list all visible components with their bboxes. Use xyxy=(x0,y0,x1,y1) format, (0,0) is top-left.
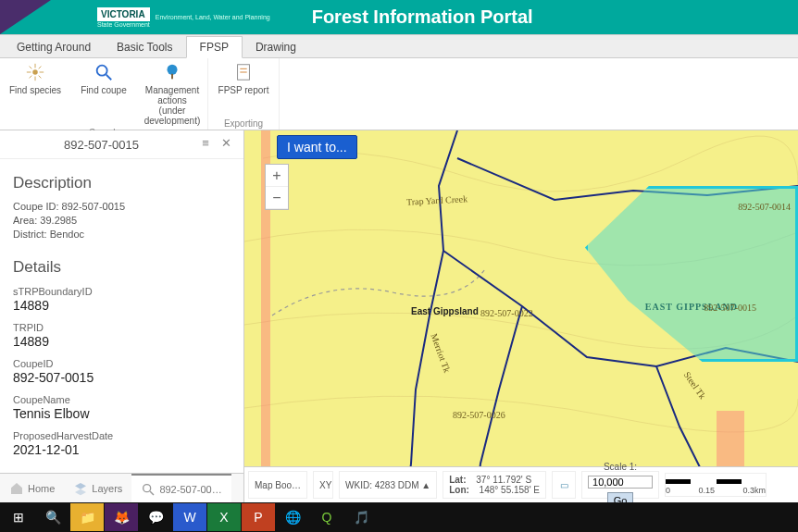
word-button[interactable]: W xyxy=(173,503,206,531)
coupe-label: 892-507-0015 xyxy=(704,303,756,313)
scale-go-button[interactable]: Go xyxy=(607,492,634,503)
app-title: Forest Information Portal xyxy=(312,6,533,28)
scale-input[interactable] xyxy=(588,476,653,489)
layers-icon xyxy=(73,481,88,496)
svg-line-17 xyxy=(150,491,154,495)
find-species-label: Find species xyxy=(9,85,61,95)
search-button[interactable]: 🔍 xyxy=(36,503,69,531)
coupe-label: 892-507-0022 xyxy=(480,308,533,318)
map-viewport[interactable]: ‹ Trap Yard Creek East Gippsland EAST GI… xyxy=(244,130,798,502)
zoom-out-button[interactable]: − xyxy=(266,187,288,209)
i-want-to-button[interactable]: I want to... xyxy=(277,135,357,159)
svg-point-0 xyxy=(32,69,38,75)
ribbon-group-search: Find species Find coupe Management actio… xyxy=(0,58,208,130)
report-icon xyxy=(233,62,254,82)
details-panel: 892-507-0015 ≡ ✕ Description Coupe ID: 8… xyxy=(0,130,244,502)
victoria-wordmark: VICTORIA State Government xyxy=(97,7,150,28)
management-actions-label: Management actions (under development) xyxy=(144,85,201,126)
app-button[interactable]: 🌐 xyxy=(276,503,309,531)
find-coupe-button[interactable]: Find coupe xyxy=(76,62,131,95)
fpsp-report-button[interactable]: FPSP report xyxy=(216,62,271,95)
panel-title: 892-507-0015 xyxy=(9,138,193,152)
ribbon: Find species Find coupe Management actio… xyxy=(0,58,798,130)
ribbon-caption-exporting: Exporting xyxy=(224,118,263,129)
dept-name: Environment, Land, Water and Planning xyxy=(156,14,270,21)
scale-control: Scale 1: Go xyxy=(581,471,659,499)
management-actions-button[interactable]: Management actions (under development) xyxy=(144,62,200,126)
powerpoint-button[interactable]: P xyxy=(242,503,275,531)
ribbon-group-exporting: FPSP report Exporting xyxy=(208,58,280,130)
svg-line-5 xyxy=(30,67,32,69)
map-redband xyxy=(717,411,744,466)
explorer-button[interactable]: 📁 xyxy=(70,503,104,531)
find-coupe-label: Find coupe xyxy=(81,85,126,95)
field-label: CoupeID xyxy=(13,358,231,369)
svg-line-6 xyxy=(39,76,42,79)
windows-taskbar: ⊞ 🔍 📁 🦊 💬 W X P 🌐 Q 🎵 xyxy=(0,502,798,532)
btab-home[interactable]: Home xyxy=(0,474,64,503)
fpsp-report-label: FPSP report xyxy=(218,85,269,95)
mapbook-button[interactable]: Map Boo… xyxy=(248,471,307,499)
panel-header: 892-507-0015 ≡ ✕ xyxy=(0,130,243,159)
tab-getting-around[interactable]: Getting Around xyxy=(4,37,104,57)
field-label: CoupeName xyxy=(13,394,231,405)
field-label: TRPID xyxy=(13,322,231,333)
panel-close-button[interactable]: ✕ xyxy=(218,136,234,153)
desc-coupe-id: Coupe ID: 892-507-0015 xyxy=(13,200,231,214)
btab-result[interactable]: 892-507-00… xyxy=(131,474,231,503)
zoom-in-button[interactable]: + xyxy=(266,165,288,187)
wkid-display[interactable]: WKID: 4283 DDM ▲ xyxy=(339,471,437,499)
field-value: 2021-12-01 xyxy=(13,442,231,457)
panel-menu-button[interactable]: ≡ xyxy=(197,136,214,153)
coupe-label: 892-507-0026 xyxy=(453,410,505,420)
details-heading: Details xyxy=(13,258,231,277)
svg-line-8 xyxy=(39,67,42,69)
chat-button[interactable]: 💬 xyxy=(139,503,172,531)
header-decor xyxy=(0,0,51,34)
tab-fpsp[interactable]: FPSP xyxy=(186,36,243,58)
app-header: VICTORIA State Government Environment, L… xyxy=(0,0,798,34)
field-value: 14889 xyxy=(13,334,231,349)
description-heading: Description xyxy=(13,174,231,192)
svg-point-9 xyxy=(97,66,107,76)
coupe-label: 892-507-0014 xyxy=(738,202,791,212)
find-species-button[interactable]: Find species xyxy=(7,62,63,95)
svg-point-11 xyxy=(168,65,178,75)
field-value: 892-507-0015 xyxy=(13,370,231,385)
panel-body[interactable]: Description Coupe ID: 892-507-0015 Area:… xyxy=(0,159,243,473)
scalebar: 00.150.3km xyxy=(665,473,767,497)
svg-point-16 xyxy=(143,484,151,491)
panel-bottom-tabs: Home Layers 892-507-00… xyxy=(0,473,243,502)
identify-icon xyxy=(141,482,156,497)
qgis-button[interactable]: Q xyxy=(310,503,343,531)
svg-line-10 xyxy=(106,75,112,80)
svg-line-7 xyxy=(30,76,32,79)
xy-button[interactable]: XY xyxy=(313,471,333,499)
coords-display: Lat: 37° 11.792' S Lon: 148° 55.158' E xyxy=(443,471,546,499)
field-label: sTRPBoundaryID xyxy=(13,286,231,297)
btab-layers[interactable]: Layers xyxy=(64,474,131,503)
start-button[interactable]: ⊞ xyxy=(2,503,35,531)
map-statusbar: Map Boo… XY WKID: 4283 DDM ▲ Lat: 37° 11… xyxy=(244,466,798,502)
magnifier-icon xyxy=(94,62,114,82)
field-value: Tennis Elbow xyxy=(13,406,231,421)
species-icon xyxy=(25,62,45,82)
field-value: 14889 xyxy=(13,298,231,313)
excel-button[interactable]: X xyxy=(207,503,241,531)
field-label: ProposedHarvestDate xyxy=(13,430,231,441)
tree-icon xyxy=(162,62,182,82)
home-icon xyxy=(9,481,24,496)
tab-basic-tools[interactable]: Basic Tools xyxy=(104,37,185,57)
svg-rect-12 xyxy=(171,74,173,80)
bookmark-button[interactable]: ▭ xyxy=(552,471,576,499)
spotify-button[interactable]: 🎵 xyxy=(344,503,378,531)
firefox-button[interactable]: 🦊 xyxy=(105,503,138,531)
desc-area: Area: 39.2985 xyxy=(13,214,231,228)
gov-logo: VICTORIA State Government Environment, L… xyxy=(97,7,270,28)
region-label: East Gippsland xyxy=(411,306,479,316)
desc-district: District: Bendoc xyxy=(13,228,231,241)
zoom-control: + − xyxy=(265,164,289,210)
content-area: 892-507-0015 ≡ ✕ Description Coupe ID: 8… xyxy=(0,130,798,502)
ribbon-tabs: Getting Around Basic Tools FPSP Drawing xyxy=(0,34,798,58)
tab-drawing[interactable]: Drawing xyxy=(243,37,309,57)
